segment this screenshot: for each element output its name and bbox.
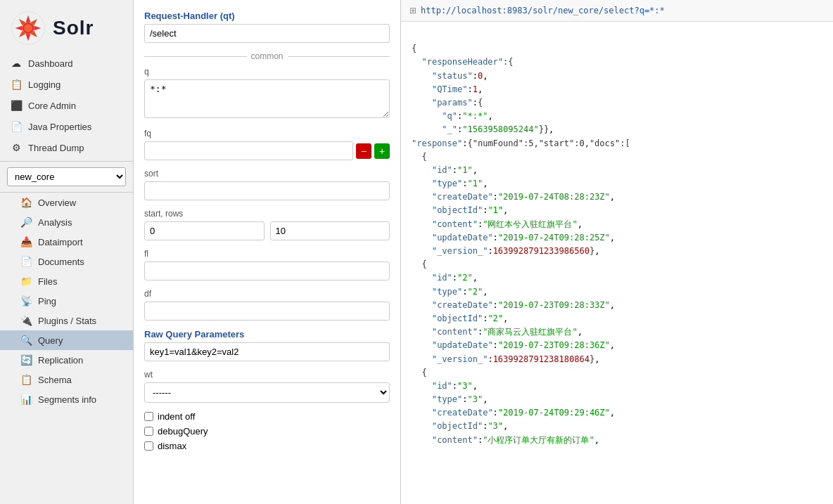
q-input[interactable]: *:* <box>144 79 390 118</box>
logo-area: Solr <box>0 0 133 53</box>
content-area: Request-Handler (qt) common q *:* fq − +… <box>134 0 833 504</box>
svg-marker-7 <box>15 26 23 31</box>
sidebar-item-label-replication: Replication <box>38 355 83 366</box>
sidebar-item-segments-info[interactable]: 📊 Segments info <box>0 389 133 409</box>
sort-label: sort <box>144 169 390 179</box>
sidebar-item-logging[interactable]: 📋 Logging <box>0 74 133 95</box>
svg-marker-3 <box>34 26 41 31</box>
replication-icon: 🔄 <box>20 354 32 366</box>
thread-dump-icon: ⚙ <box>10 142 23 153</box>
df-label: df <box>144 289 390 299</box>
debug-query-checkbox[interactable] <box>144 427 153 436</box>
logging-icon: 📋 <box>10 79 23 90</box>
request-handler-group: Request-Handler (qt) <box>144 11 390 43</box>
fq-remove-button[interactable]: − <box>356 143 371 159</box>
q-label: q <box>144 67 390 77</box>
sidebar-item-files[interactable]: 📁 Files <box>0 271 133 291</box>
indent-off-row: indent off <box>144 411 390 422</box>
dashboard-icon: ☁ <box>10 58 23 69</box>
request-handler-label: Request-Handler (qt) <box>144 11 390 21</box>
sort-group: sort <box>144 169 390 200</box>
response-body: { "responseHeader":{ "status":0, "QTime"… <box>401 22 833 504</box>
query-icon: 🔍 <box>20 335 32 346</box>
sidebar-item-label-files: Files <box>38 276 57 287</box>
request-handler-input[interactable] <box>144 24 390 43</box>
sidebar-item-label-schema: Schema <box>38 375 72 385</box>
indent-off-checkbox[interactable] <box>144 412 153 421</box>
svg-marker-1 <box>26 15 31 22</box>
query-panel: Request-Handler (qt) common q *:* fq − +… <box>134 0 401 504</box>
fl-input[interactable] <box>144 261 390 280</box>
core-admin-icon: ⬛ <box>10 100 23 111</box>
sidebar: Solr ☁ Dashboard 📋 Logging ⬛ Core Admin … <box>0 0 134 504</box>
sidebar-item-documents[interactable]: 📄 Documents <box>0 252 133 271</box>
sidebar-item-replication[interactable]: 🔄 Replication <box>0 350 133 370</box>
segments-info-icon: 📊 <box>20 394 32 405</box>
response-url: http://localhost:8983/solr/new_core/sele… <box>421 6 665 15</box>
documents-icon: 📄 <box>20 256 32 267</box>
sidebar-item-label-logging: Logging <box>28 79 61 90</box>
raw-query-label: Raw Query Parameters <box>144 329 390 340</box>
sort-input[interactable] <box>144 181 390 200</box>
common-section-divider: common <box>144 51 390 61</box>
df-input[interactable] <box>144 302 390 321</box>
sidebar-item-plugins-stats[interactable]: 🔌 Plugins / Stats <box>0 311 133 330</box>
sidebar-item-label-plugins-stats: Plugins / Stats <box>38 316 96 326</box>
sidebar-item-label-query: Query <box>38 335 63 346</box>
sidebar-item-core-admin[interactable]: ⬛ Core Admin <box>0 95 133 116</box>
sidebar-item-schema[interactable]: 📋 Schema <box>0 370 133 389</box>
sidebar-item-overview[interactable]: 🏠 Overview <box>0 193 133 212</box>
start-input[interactable] <box>144 221 265 240</box>
core-selector-area: new_core <box>0 161 133 193</box>
solr-title: Solr <box>53 17 94 39</box>
schema-icon: 📋 <box>20 374 32 385</box>
svg-marker-5 <box>26 34 31 41</box>
indent-off-label: indent off <box>158 411 195 422</box>
wt-select[interactable]: ------ json xml csv python ruby php phps <box>144 382 390 403</box>
url-icon: ⊞ <box>409 6 416 15</box>
sidebar-item-label-ping: Ping <box>38 296 56 306</box>
core-selector[interactable]: new_core <box>7 167 126 186</box>
sidebar-item-label-java-properties: Java Properties <box>28 122 91 132</box>
sidebar-item-dataimport[interactable]: 📥 Dataimport <box>0 232 133 252</box>
sidebar-item-label-dashboard: Dashboard <box>28 58 73 69</box>
main-content: Request-Handler (qt) common q *:* fq − +… <box>134 0 833 504</box>
sidebar-item-java-properties[interactable]: 📄 Java Properties <box>0 116 133 137</box>
solr-logo-icon <box>11 11 46 46</box>
analysis-icon: 🔎 <box>20 217 32 228</box>
fl-group: fl <box>144 249 390 280</box>
fl-label: fl <box>144 249 390 259</box>
wt-label: wt <box>144 370 390 380</box>
start-rows-row <box>144 221 390 240</box>
sidebar-item-dashboard[interactable]: ☁ Dashboard <box>0 53 133 74</box>
wt-group: wt ------ json xml csv python ruby php p… <box>144 370 390 403</box>
sidebar-item-analysis[interactable]: 🔎 Analysis <box>0 212 133 232</box>
common-section-label: common <box>251 51 284 61</box>
sidebar-item-query[interactable]: 🔍 Query <box>0 330 133 350</box>
raw-query-input[interactable] <box>144 342 390 361</box>
sidebar-item-label-analysis: Analysis <box>38 217 72 228</box>
q-group: q *:* <box>144 67 390 120</box>
start-rows-group: start, rows <box>144 209 390 240</box>
debug-query-row: debugQuery <box>144 426 390 437</box>
fq-label: fq <box>144 129 390 138</box>
sidebar-item-ping[interactable]: 📡 Ping <box>0 291 133 311</box>
response-panel: ⊞ http://localhost:8983/solr/new_core/se… <box>401 0 833 504</box>
files-icon: 📁 <box>20 276 32 287</box>
response-url-bar: ⊞ http://localhost:8983/solr/new_core/se… <box>401 0 833 22</box>
fq-input[interactable] <box>144 141 353 160</box>
dataimport-icon: 📥 <box>20 236 32 247</box>
rows-input[interactable] <box>270 221 390 240</box>
fq-row: − + <box>144 141 390 160</box>
sidebar-item-label-documents: Documents <box>38 257 84 267</box>
fq-add-button[interactable]: + <box>374 143 390 159</box>
sidebar-item-thread-dump[interactable]: ⚙ Thread Dump <box>0 137 133 158</box>
debug-query-label: debugQuery <box>158 426 208 437</box>
fq-group: fq − + <box>144 129 390 160</box>
raw-query-group: Raw Query Parameters <box>144 329 390 361</box>
sidebar-item-label-thread-dump: Thread Dump <box>28 143 84 153</box>
start-rows-label: start, rows <box>144 209 390 219</box>
sidebar-item-label-overview: Overview <box>38 198 76 208</box>
dismax-checkbox[interactable] <box>144 441 153 451</box>
java-properties-icon: 📄 <box>10 121 23 132</box>
